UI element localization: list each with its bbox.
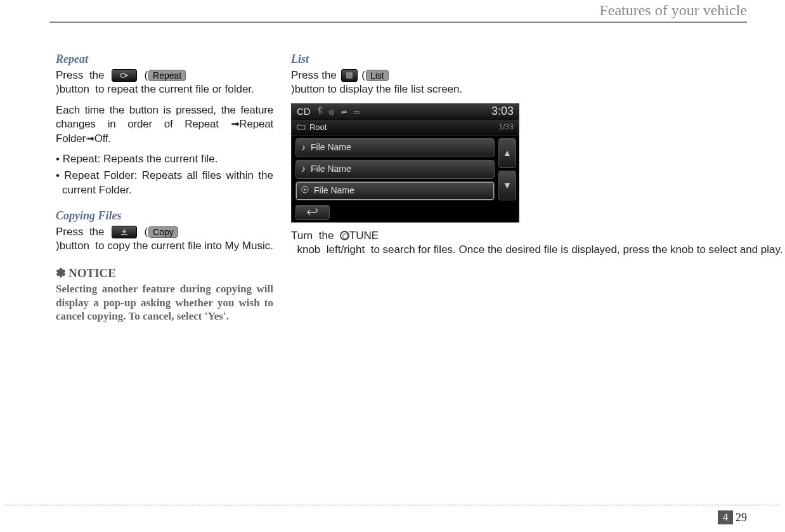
text: ( (359, 68, 365, 82)
screenshot-source-label: CD (297, 105, 311, 118)
chapter-number-box: 4 (718, 510, 733, 524)
file-list-item[interactable]: ♪ File Name (295, 160, 495, 179)
screenshot-statusbar: CD ◎ ⇌ ▭ 3:03 (292, 104, 519, 120)
notice-body: Selecting another feature during copying… (56, 282, 273, 323)
footer-dashed-rule (5, 505, 780, 505)
scroll-up-button[interactable]: ▲ (498, 138, 516, 168)
page-header-title: Features of your vehicle (599, 2, 747, 20)
battery-icon: ▭ (353, 107, 360, 117)
text: Press the (56, 225, 110, 239)
section-title-list: List (291, 52, 519, 67)
list-press-line: Press the ( List )button to display the … (291, 68, 519, 97)
repeat-loop-icon (119, 72, 130, 79)
repeat-bullet-2: • Repeat Folder: Repeats all files withi… (56, 169, 273, 197)
copying-press-line: Press the ( Copy )button to copy the cur… (56, 225, 273, 254)
file-list-item-active[interactable]: File Name (295, 181, 495, 200)
spacer (56, 200, 273, 209)
music-note-icon: ♪ (301, 163, 306, 174)
tune-label: TUNE (349, 229, 379, 243)
disc-icon: ◎ (328, 107, 335, 117)
bluetooth-icon (317, 107, 322, 117)
screenshot-breadcrumb: Root 1/33 (292, 120, 519, 136)
text: )button to display the file list screen. (291, 82, 462, 96)
file-list-item[interactable]: ♪ File Name (295, 138, 495, 157)
section-title-copying: Copying Files (56, 209, 273, 224)
page-header: Features of your vehicle (599, 0, 747, 20)
copy-label-pill: Copy (148, 226, 178, 238)
column-left: Repeat Press the ( Repeat )button to rep… (56, 52, 273, 495)
page-number: 29 (736, 511, 747, 524)
text: ( (138, 68, 148, 82)
download-icon (120, 228, 129, 236)
repeat-bullet-1: • Repeat: Repeats the current file. (56, 152, 273, 166)
back-button[interactable] (295, 205, 330, 220)
usb-icon: ⇌ (341, 107, 347, 117)
text: )button to repeat the current file or fo… (56, 82, 254, 96)
notice-heading: ✽ NOTICE (56, 265, 273, 281)
repeat-explain: Each time the button is pressed, the fea… (56, 103, 273, 146)
repeat-label-pill: Repeat (148, 70, 186, 81)
file-name: File Name (314, 185, 354, 196)
screenshot-bottombar (292, 203, 519, 222)
repeat-press-line: Press the ( Repeat )button to repeat the… (56, 68, 273, 97)
text: Press the (56, 68, 110, 82)
section-title-repeat: Repeat (56, 52, 273, 67)
list-label-pill: List (366, 70, 389, 81)
page-footer: 4 29 (718, 510, 747, 524)
infotainment-screenshot: CD ◎ ⇌ ▭ 3:03 Root 1/33 ♪ (291, 103, 519, 223)
play-icon (301, 185, 309, 196)
tune-knob-icon (340, 231, 349, 240)
screenshot-root-label: Root (309, 122, 327, 133)
back-arrow-icon (306, 209, 319, 216)
column-middle: List Press the ( List )button to display… (291, 52, 519, 495)
folder-icon (297, 122, 306, 133)
text: )button to copy the current file into My… (56, 239, 273, 253)
file-name: File Name (311, 163, 351, 174)
notice-title: NOTICE (68, 265, 116, 281)
screenshot-time: 3:03 (491, 104, 514, 119)
list-icon-button (341, 69, 358, 82)
notice-marker-icon: ✽ (56, 265, 66, 281)
text: Turn the (291, 229, 340, 243)
scroll-down-button[interactable]: ▼ (498, 171, 516, 200)
list-icon (346, 72, 353, 79)
file-name: File Name (311, 141, 351, 153)
music-note-icon: ♪ (301, 141, 306, 153)
column-right (537, 52, 741, 495)
header-rule (49, 22, 747, 23)
text: ( (138, 225, 148, 239)
screenshot-file-list: ♪ File Name ♪ File Name File Name (292, 136, 498, 203)
tune-instruction: Turn the TUNE knob left/right to search … (291, 229, 519, 257)
screenshot-body: ♪ File Name ♪ File Name File Name (292, 136, 519, 203)
screenshot-scroll-controls: ▲ ▼ (498, 136, 519, 203)
copy-icon-button (112, 226, 137, 238)
text: Press the (291, 68, 340, 82)
page-content: Repeat Press the ( Repeat )button to rep… (56, 52, 741, 495)
screenshot-position: 1/33 (499, 122, 514, 133)
repeat-icon-button (112, 69, 137, 82)
